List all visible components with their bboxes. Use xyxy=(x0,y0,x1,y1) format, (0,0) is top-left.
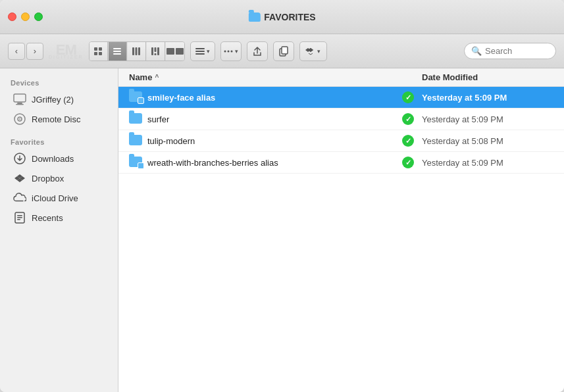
window-title: FAVORITES xyxy=(248,12,315,22)
sidebar-item-remote-disc[interactable]: Remote Disc xyxy=(3,109,115,129)
share-button[interactable] xyxy=(247,41,268,61)
svg-rect-10 xyxy=(151,47,153,55)
svg-point-19 xyxy=(228,50,230,52)
disc-icon xyxy=(13,112,26,126)
status-badge xyxy=(402,91,414,103)
sidebar-item-icloud[interactable]: iCloud Drive xyxy=(3,188,115,208)
nav-buttons: ‹ › xyxy=(8,43,43,60)
computer-icon xyxy=(13,93,26,106)
svg-rect-2 xyxy=(94,52,97,55)
table-row[interactable]: tulip-modern Yesterday at 5:08 PM xyxy=(118,130,564,152)
svg-point-21 xyxy=(231,50,233,52)
col-name-header[interactable]: Name ^ xyxy=(129,72,422,82)
column-view-button[interactable] xyxy=(128,42,146,61)
file-name: surfer xyxy=(147,114,402,124)
traffic-lights xyxy=(8,12,43,21)
downloads-label: Downloads xyxy=(32,154,74,164)
file-icon xyxy=(129,157,143,168)
svg-rect-14 xyxy=(167,48,174,55)
svg-rect-3 xyxy=(99,52,102,55)
copy-button[interactable] xyxy=(273,41,294,61)
back-button[interactable]: ‹ xyxy=(8,43,25,60)
dropbox-button[interactable]: ▾ xyxy=(299,41,327,61)
svg-rect-27 xyxy=(14,94,26,102)
sidebar: Devices JGriffey (2) xyxy=(0,68,118,392)
svg-rect-18 xyxy=(195,53,205,55)
forward-button[interactable]: › xyxy=(26,43,43,60)
action-button[interactable]: ▾ xyxy=(220,41,242,61)
gallery-view-button[interactable] xyxy=(147,42,165,61)
status-badge xyxy=(402,113,414,125)
col-date-label: Date Modified xyxy=(422,72,478,82)
svg-rect-5 xyxy=(113,51,121,52)
arrange-view-button[interactable] xyxy=(166,42,184,61)
list-view-button[interactable] xyxy=(109,42,127,61)
sidebar-item-recents[interactable]: Recents xyxy=(3,208,115,228)
dropbox-label: Dropbox xyxy=(32,174,64,184)
icloud-icon xyxy=(13,191,26,205)
file-list-area: Name ^ Date Modified smiley-face alias Y… xyxy=(118,68,564,392)
folder-title-icon xyxy=(248,12,260,22)
svg-rect-39 xyxy=(17,215,22,216)
svg-rect-4 xyxy=(113,48,121,49)
svg-rect-17 xyxy=(195,51,205,52)
folder-icon xyxy=(129,135,142,145)
downloads-icon xyxy=(13,152,26,165)
maximize-button[interactable] xyxy=(34,12,43,21)
logo-sub: DIGITIZER xyxy=(49,55,84,59)
jgriffey-label: JGriffey (2) xyxy=(32,95,74,105)
file-name: wreath-with-branches-berries alias xyxy=(147,158,402,168)
sidebar-item-downloads[interactable]: Downloads xyxy=(3,149,115,168)
table-row[interactable]: wreath-with-branches-berries alias Yeste… xyxy=(118,152,564,174)
table-row[interactable]: surfer Yesterday at 5:09 PM xyxy=(118,109,564,130)
file-date: Yesterday at 5:09 PM xyxy=(422,93,553,103)
favorites-header: Favorites xyxy=(0,135,118,149)
dropbox-sidebar-icon xyxy=(13,172,26,185)
em-logo: EM DIGITIZER xyxy=(49,43,84,59)
remote-disc-label: Remote Disc xyxy=(32,114,80,124)
search-input[interactable] xyxy=(485,46,549,56)
file-date: Yesterday at 5:09 PM xyxy=(422,158,553,168)
minimize-button[interactable] xyxy=(21,12,30,21)
svg-rect-1 xyxy=(99,47,102,51)
svg-rect-11 xyxy=(155,47,157,52)
finder-window: FAVORITES ‹ › EM DIGITIZER xyxy=(0,0,564,392)
status-badge xyxy=(402,135,414,147)
icloud-label: iCloud Drive xyxy=(32,193,78,203)
svg-rect-8 xyxy=(136,47,138,55)
sidebar-item-dropbox[interactable]: Dropbox xyxy=(3,168,115,188)
recents-icon xyxy=(13,211,26,224)
svg-point-20 xyxy=(224,50,226,52)
folder-alias-icon xyxy=(129,91,142,102)
file-list: smiley-face alias Yesterday at 5:09 PM s… xyxy=(118,87,564,392)
file-icon xyxy=(129,91,143,103)
sort-arrow: ^ xyxy=(155,74,159,81)
view-buttons xyxy=(89,41,185,61)
title-bar: FAVORITES xyxy=(0,0,564,34)
svg-rect-6 xyxy=(113,53,121,55)
recents-label: Recents xyxy=(32,213,63,223)
svg-rect-16 xyxy=(195,48,205,49)
folder-alias-icon xyxy=(129,157,142,167)
icon-view-button[interactable] xyxy=(90,42,108,61)
table-row[interactable]: smiley-face alias Yesterday at 5:09 PM xyxy=(118,87,564,109)
devices-header: Devices xyxy=(0,76,118,89)
svg-rect-12 xyxy=(155,53,157,55)
file-icon xyxy=(129,135,143,147)
svg-point-32 xyxy=(19,118,20,120)
title-text: FAVORITES xyxy=(264,12,315,22)
col-date-header[interactable]: Date Modified xyxy=(422,72,553,82)
svg-rect-15 xyxy=(176,48,184,55)
sidebar-item-jgriffey[interactable]: JGriffey (2) xyxy=(3,89,115,109)
search-box[interactable]: 🔍 xyxy=(464,43,556,59)
search-icon: 🔍 xyxy=(471,46,482,56)
close-button[interactable] xyxy=(8,12,16,21)
file-date: Yesterday at 5:08 PM xyxy=(422,136,553,146)
folder-icon xyxy=(129,113,142,124)
svg-rect-29 xyxy=(16,104,24,105)
svg-rect-28 xyxy=(17,103,22,104)
arrange-button[interactable]: ▾ xyxy=(190,41,215,61)
status-badge xyxy=(402,157,414,168)
svg-rect-23 xyxy=(282,47,288,54)
file-list-header: Name ^ Date Modified xyxy=(118,68,564,87)
